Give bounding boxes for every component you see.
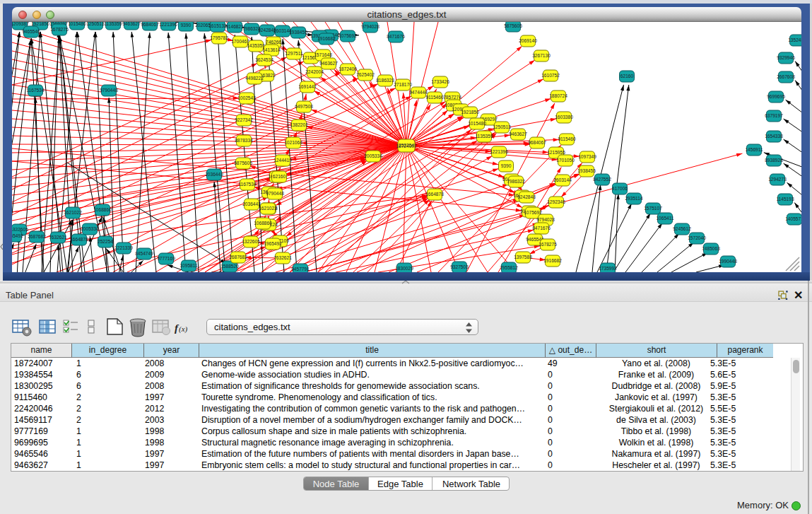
svg-text:9115460: 9115460 — [558, 136, 576, 141]
svg-text:9684067: 9684067 — [528, 140, 546, 145]
svg-text:1916682: 1916682 — [543, 258, 562, 263]
svg-text:1575107: 1575107 — [644, 206, 662, 211]
svg-text:1571648: 1571648 — [314, 52, 332, 57]
svg-text:9794028: 9794028 — [536, 217, 555, 222]
svg-text:9227342: 9227342 — [235, 117, 253, 122]
svg-text:1221396: 1221396 — [490, 149, 508, 154]
svg-text:9146821: 9146821 — [225, 24, 244, 29]
svg-text:1322605: 1322605 — [242, 239, 260, 244]
svg-text:1297511: 1297511 — [285, 51, 303, 56]
svg-text:9115460: 9115460 — [425, 95, 444, 100]
svg-text:1938455: 1938455 — [289, 30, 307, 35]
svg-text:2005334: 2005334 — [364, 153, 382, 158]
svg-text:2603144: 2603144 — [553, 177, 572, 182]
svg-text:1167534: 1167534 — [26, 88, 45, 93]
svg-text:18724007: 18724007 — [396, 144, 417, 148]
svg-text:1015480: 1015480 — [468, 121, 486, 126]
svg-text:2036443: 2036443 — [205, 172, 223, 177]
svg-text:1145193: 1145193 — [776, 197, 794, 201]
svg-text:1167534: 1167534 — [238, 182, 257, 187]
svg-text:1603380: 1603380 — [555, 115, 573, 119]
svg-text:9463627: 9463627 — [122, 22, 141, 26]
svg-text:1921850: 1921850 — [461, 110, 479, 115]
svg-text:1095811: 1095811 — [180, 263, 198, 268]
svg-text:1572040: 1572040 — [688, 235, 706, 240]
svg-text:8938928: 8938928 — [765, 158, 783, 163]
svg-text:7625402: 7625402 — [356, 72, 375, 77]
svg-text:8471676: 8471676 — [387, 34, 405, 39]
svg-text:4498222: 4498222 — [245, 76, 264, 81]
svg-text:9390: 9390 — [181, 23, 192, 28]
svg-text:2935114: 2935114 — [625, 196, 643, 201]
svg-text:9463627: 9463627 — [509, 132, 527, 136]
svg-text:9245612: 9245612 — [673, 226, 691, 231]
svg-text:9463627: 9463627 — [319, 61, 338, 66]
svg-text:9390: 9390 — [501, 163, 512, 168]
svg-text:9327503: 9327503 — [450, 264, 469, 269]
svg-text:1965492: 1965492 — [264, 241, 282, 246]
svg-text:(x): (x) — [179, 325, 188, 334]
svg-text:1068860: 1068860 — [254, 221, 272, 226]
svg-text:62160: 62160 — [620, 74, 634, 78]
svg-text:1921850: 1921850 — [31, 22, 49, 26]
svg-text:7632621: 7632621 — [273, 255, 292, 260]
svg-text:9242848: 9242848 — [517, 194, 536, 199]
svg-text:1664878: 1664878 — [70, 237, 88, 242]
svg-text:1615132: 1615132 — [208, 23, 227, 28]
svg-text:8454749: 8454749 — [135, 251, 153, 256]
svg-text:8878334: 8878334 — [235, 138, 253, 143]
svg-text:1075692: 1075692 — [524, 210, 542, 215]
svg-text:9465546: 9465546 — [22, 29, 40, 34]
svg-text:1244419: 1244419 — [273, 158, 292, 163]
svg-text:3624534: 3624534 — [255, 57, 273, 62]
svg-text:1691447: 1691447 — [298, 84, 317, 89]
svg-text:9794028: 9794028 — [361, 24, 379, 29]
svg-text:1588520: 1588520 — [220, 264, 239, 269]
svg-text:1795782: 1795782 — [210, 35, 228, 40]
svg-text:252254: 252254 — [98, 239, 113, 244]
svg-text:1065411: 1065411 — [656, 216, 674, 221]
svg-text:6497508: 6497508 — [295, 104, 313, 109]
svg-text:62160: 62160 — [273, 174, 286, 179]
svg-text:1965492: 1965492 — [12, 233, 23, 238]
svg-text:2687682: 2687682 — [229, 255, 247, 259]
svg-text:6379197: 6379197 — [765, 113, 783, 118]
svg-text:1678275: 1678275 — [539, 242, 557, 247]
svg-text:1292346: 1292346 — [547, 199, 565, 204]
svg-text:1015480: 1015480 — [68, 22, 86, 26]
svg-text:1701050: 1701050 — [556, 158, 575, 163]
svg-text:1678275: 1678275 — [50, 27, 69, 32]
svg-text:9777169: 9777169 — [157, 256, 175, 261]
svg-text:1209387: 1209387 — [12, 22, 29, 26]
svg-text:1413614: 1413614 — [262, 47, 281, 52]
svg-text:1735992: 1735992 — [599, 266, 617, 271]
svg-text:2242004: 2242004 — [305, 69, 324, 74]
svg-text:1990448: 1990448 — [719, 259, 737, 264]
svg-text:7485063: 7485063 — [702, 246, 720, 251]
svg-text:8186323: 8186323 — [376, 78, 394, 83]
svg-text:9699695: 9699695 — [767, 94, 785, 99]
svg-text:1021064: 1021064 — [284, 140, 302, 145]
svg-text:1382201: 1382201 — [290, 122, 308, 127]
svg-text:1621022: 1621022 — [259, 206, 277, 211]
svg-text:1068860: 1068860 — [93, 207, 112, 212]
svg-text:1405571: 1405571 — [785, 216, 801, 221]
svg-text:1352485: 1352485 — [788, 37, 801, 42]
svg-text:1621022: 1621022 — [64, 210, 82, 215]
svg-text:1002543: 1002543 — [237, 95, 256, 100]
svg-text:2687682: 2687682 — [28, 234, 46, 239]
svg-text:1610752: 1610752 — [541, 73, 560, 78]
svg-text:8427552: 8427552 — [593, 177, 611, 182]
svg-text:1872400: 1872400 — [339, 66, 357, 71]
svg-text:1938455: 1938455 — [577, 168, 596, 173]
svg-text:5875605: 5875605 — [234, 160, 252, 165]
svg-text:1397588: 1397588 — [514, 255, 532, 259]
svg-text:1294273: 1294273 — [768, 177, 787, 182]
svg-text:1135359: 1135359 — [104, 22, 122, 26]
svg-text:2069140: 2069140 — [519, 38, 537, 43]
svg-text:5875605: 5875605 — [504, 23, 522, 28]
svg-text:1456911: 1456911 — [745, 147, 763, 152]
svg-text:1215955: 1215955 — [547, 150, 565, 155]
svg-text:1135359: 1135359 — [475, 134, 493, 139]
svg-text:3267130: 3267130 — [532, 53, 551, 58]
